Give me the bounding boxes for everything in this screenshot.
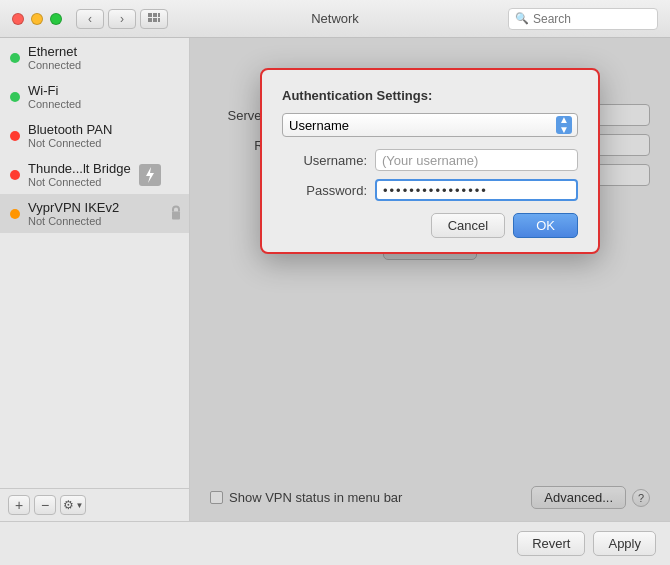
nav-buttons: ‹ › <box>76 9 136 29</box>
network-options-button[interactable]: ⚙▼ <box>60 495 86 515</box>
modal-ok-button[interactable]: OK <box>513 213 578 238</box>
modal-buttons: Cancel OK <box>282 213 578 238</box>
bottom-bar: Revert Apply <box>0 521 670 565</box>
sidebar-item-status-wifi: Connected <box>28 98 81 110</box>
revert-button[interactable]: Revert <box>517 531 585 556</box>
modal-title: Authentication Settings: <box>282 88 578 103</box>
sidebar-item-status-bluetooth: Not Connected <box>28 137 112 149</box>
status-dot-ethernet <box>10 53 20 63</box>
svg-rect-1 <box>153 13 157 17</box>
svg-marker-6 <box>146 167 154 183</box>
title-bar: ‹ › Network 🔍 <box>0 0 670 38</box>
modal-overlay: Authentication Settings: Username Certif… <box>190 38 670 521</box>
back-button[interactable]: ‹ <box>76 9 104 29</box>
add-network-button[interactable]: + <box>8 495 30 515</box>
sidebar-item-bluetooth[interactable]: Bluetooth PAN Not Connected <box>0 116 189 155</box>
svg-rect-7 <box>172 211 180 219</box>
grid-button[interactable] <box>140 9 168 29</box>
sidebar-item-name-thunderbolt: Thunde...lt Bridge <box>28 161 131 176</box>
sidebar-item-wifi[interactable]: Wi-Fi Connected <box>0 77 189 116</box>
status-dot-vyprvpn <box>10 209 20 219</box>
svg-rect-4 <box>153 18 157 22</box>
maximize-button[interactable] <box>50 13 62 25</box>
sidebar-bottom: + − ⚙▼ <box>0 488 189 521</box>
right-panel: Server Address: Remote ID: Local ID: Aut… <box>190 38 670 521</box>
username-label: Username: <box>282 153 367 168</box>
status-dot-thunderbolt <box>10 170 20 180</box>
auth-type-select[interactable]: Username Certificate RSA SecurID <box>282 113 578 137</box>
lock-icon <box>169 204 183 223</box>
thunderbolt-icon <box>139 164 161 186</box>
password-label: Password: <box>282 183 367 198</box>
sidebar-item-ethernet[interactable]: Ethernet Connected <box>0 38 189 77</box>
search-icon: 🔍 <box>515 12 529 25</box>
sidebar-item-name-vyprvpn: VyprVPN IKEv2 <box>28 200 119 215</box>
sidebar-item-name-ethernet: Ethernet <box>28 44 81 59</box>
sidebar-item-vyprvpn[interactable]: VyprVPN IKEv2 Not Connected <box>0 194 189 233</box>
remove-network-button[interactable]: − <box>34 495 56 515</box>
password-field-row: Password: <box>282 179 578 201</box>
authentication-modal: Authentication Settings: Username Certif… <box>260 68 600 254</box>
window-title: Network <box>311 11 359 26</box>
sidebar: Ethernet Connected Wi-Fi Connected Bluet… <box>0 38 190 521</box>
sidebar-item-status-thunderbolt: Not Connected <box>28 176 131 188</box>
traffic-lights <box>12 13 62 25</box>
sidebar-item-name-wifi: Wi-Fi <box>28 83 81 98</box>
username-field-row: Username: <box>282 149 578 171</box>
username-input[interactable] <box>375 149 578 171</box>
search-box[interactable]: 🔍 <box>508 8 658 30</box>
status-dot-bluetooth <box>10 131 20 141</box>
apply-button[interactable]: Apply <box>593 531 656 556</box>
modal-cancel-button[interactable]: Cancel <box>431 213 505 238</box>
sidebar-item-status-vyprvpn: Not Connected <box>28 215 119 227</box>
forward-button[interactable]: › <box>108 9 136 29</box>
svg-rect-5 <box>158 18 160 22</box>
sidebar-list: Ethernet Connected Wi-Fi Connected Bluet… <box>0 38 189 488</box>
search-input[interactable] <box>533 12 651 26</box>
svg-rect-2 <box>158 13 160 17</box>
svg-rect-0 <box>148 13 152 17</box>
status-dot-wifi <box>10 92 20 102</box>
sidebar-item-thunderbolt[interactable]: Thunde...lt Bridge Not Connected <box>0 155 189 194</box>
minimize-button[interactable] <box>31 13 43 25</box>
close-button[interactable] <box>12 13 24 25</box>
sidebar-item-name-bluetooth: Bluetooth PAN <box>28 122 112 137</box>
svg-rect-3 <box>148 18 152 22</box>
password-input[interactable] <box>375 179 578 201</box>
modal-select-row: Username Certificate RSA SecurID ▲ ▼ <box>282 113 578 137</box>
sidebar-item-status-ethernet: Connected <box>28 59 81 71</box>
